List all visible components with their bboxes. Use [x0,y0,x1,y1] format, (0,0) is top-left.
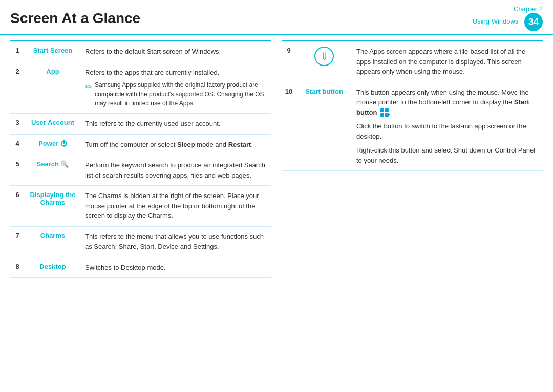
row-label: Power ⏻ [25,134,81,155]
row-number: 7 [10,226,25,257]
table-row: 1 Start Screen Refers to the default Sta… [10,41,271,62]
table-row: 10 Start button This button appears only… [282,82,543,171]
download-icon: ⇓ [314,47,334,66]
table-row: 9 ⇓ The Apps screen appears where a tile… [282,41,543,82]
table-row: 3 User Account This refers to the curren… [10,114,271,135]
bold-text: Sleep [177,141,195,148]
left-table-container: 1 Start Screen Refers to the default Sta… [10,40,271,278]
chapter-number: 34 [524,13,543,31]
windows-icon [380,108,389,117]
row-number: 8 [10,257,25,278]
row-number: 6 [10,186,25,227]
row-desc: This button appears only when using the … [352,82,543,171]
chapter-label: Chapter 2 [514,5,543,13]
row-desc: Refers to the default Start screen of Wi… [81,41,271,62]
row-label: Start Screen [25,41,81,62]
right-table-container: 9 ⇓ The Apps screen appears where a tile… [282,40,543,278]
row-label: User Account [25,114,81,135]
row-number: 9 [282,41,296,82]
left-table: 1 Start Screen Refers to the default Sta… [10,41,271,278]
bold-text: Restart [228,141,251,148]
row-number: 3 [10,114,25,135]
table-row: 5 Search 🔍 Perform the keyword search to… [10,155,271,186]
note-icon: ✏ [85,81,92,93]
table-row: 2 App Refers to the apps that are curren… [10,62,271,114]
table-row: 8 Desktop Switches to Desktop mode. [10,257,271,278]
row-desc: Turn off the computer or select Sleep mo… [81,134,271,155]
icon-cell: ⇓ [296,41,352,82]
desc-part3: Right-click this button and select Shut … [356,145,539,165]
row-label: Charms [25,226,81,257]
row-number: 10 [282,82,296,171]
row-label: App [25,62,81,114]
row-number: 4 [10,134,25,155]
main-content: 1 Start Screen Refers to the default Sta… [0,35,553,283]
row-label: Search 🔍 [25,155,81,186]
table-row: 6 Displaying the Charms The Charms is hi… [10,186,271,227]
chapter-sub: Using Windows [473,17,519,25]
row-label: Desktop [25,257,81,278]
row-desc: The Charms is hidden at the right of the… [81,186,271,227]
row-number: 5 [10,155,25,186]
desc-part2: Click the button to switch to the last-r… [356,121,539,141]
row-desc: This refers to the currently used user a… [81,114,271,135]
row-desc: This refers to the menu that allows you … [81,226,271,257]
note-box: ✏ Samsung Apps supplied with the origina… [85,80,267,108]
row-label: Start button [296,82,352,171]
row-desc: Switches to Desktop mode. [81,257,271,278]
row-number: 1 [10,41,25,62]
chapter-info: Chapter 2 Using Windows 34 [473,5,543,31]
table-row: 7 Charms This refers to the menu that al… [10,226,271,257]
row-desc: Perform the keyword search to produce an… [81,155,271,186]
note-text: Samsung Apps supplied with the original … [95,80,267,108]
table-row: 4 Power ⏻ Turn off the computer or selec… [10,134,271,155]
desc-part1: This button appears only when using the … [356,88,539,118]
row-desc: Refers to the apps that are currently in… [81,62,271,114]
row-desc: The Apps screen appears where a tile-bas… [352,41,543,82]
page-header: Screen At a Glance Chapter 2 Using Windo… [0,0,553,35]
row-label: Displaying the Charms [25,186,81,227]
row-number: 2 [10,62,25,114]
right-table: 9 ⇓ The Apps screen appears where a tile… [282,41,543,171]
page-title: Screen At a Glance [10,10,140,27]
